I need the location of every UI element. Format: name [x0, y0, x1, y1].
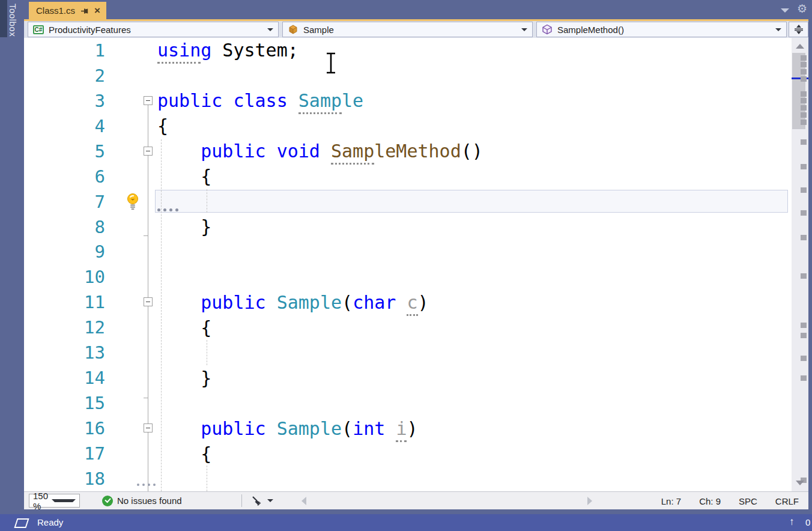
code-line[interactable]: 6 { — [24, 164, 792, 189]
code-cleanup-button[interactable] — [251, 494, 273, 508]
code-lines: 1using System;23public class Sample4{5 p… — [24, 38, 792, 491]
outlining-margin — [142, 88, 157, 114]
code-line[interactable]: 4{ — [24, 114, 792, 139]
code-line[interactable]: 10 — [24, 264, 792, 290]
code-editor[interactable]: 1using System;23public class Sample4{5 p… — [24, 38, 792, 491]
scrollbar-mark — [801, 55, 807, 61]
split-window-button[interactable] — [789, 22, 808, 37]
glyph-margin — [105, 315, 142, 340]
document-health-indicator[interactable]: No issues found — [102, 494, 182, 508]
vertical-scrollbar[interactable] — [792, 38, 808, 491]
code-line[interactable]: 7 — [24, 189, 792, 214]
line-number: 2 — [24, 65, 105, 86]
chevron-down-icon — [521, 28, 527, 31]
type-dropdown-label: Sample — [303, 25, 514, 35]
outlining-margin — [142, 38, 157, 63]
code-line[interactable]: 18 — [24, 466, 792, 491]
code-line[interactable]: 16 public Sample(int i) — [24, 416, 792, 441]
close-icon[interactable]: × — [94, 7, 100, 15]
pin-icon[interactable] — [80, 7, 89, 15]
code-line[interactable]: 17 { — [24, 441, 792, 466]
spaces-indicator: SPC — [739, 496, 757, 506]
outlining-margin — [142, 315, 157, 340]
scrollbar-mark — [801, 164, 807, 169]
code-line[interactable]: 11 public Sample(char c) — [24, 290, 792, 315]
outlining-margin — [142, 441, 157, 466]
code-line[interactable]: 5 public void SampleMethod() — [24, 139, 792, 164]
code-line[interactable]: 13 — [24, 340, 792, 365]
code-line[interactable]: 12 { — [24, 315, 792, 340]
code-text: } — [157, 368, 211, 389]
glyph-margin — [105, 441, 142, 466]
toolbox-collapsed-tab[interactable]: Toolbox — [8, 4, 18, 37]
member-dropdown-label: SampleMethod() — [557, 25, 768, 35]
column-indicator: Ch: 9 — [699, 496, 721, 506]
type-dropdown[interactable]: Sample — [282, 22, 533, 37]
status-bar: Ready ↑ 0 — [0, 514, 812, 531]
code-text: public void SampleMethod() — [157, 141, 483, 162]
scrollbar-mark — [801, 323, 807, 328]
glyph-margin — [105, 390, 142, 416]
statusbar-seam — [0, 509, 812, 514]
scroll-left-arrow-icon[interactable] — [301, 497, 306, 505]
collapse-region-button[interactable] — [144, 423, 153, 432]
line-number: 5 — [24, 141, 105, 162]
scroll-right-arrow-icon[interactable] — [587, 497, 592, 505]
line-number: 8 — [24, 217, 105, 237]
chevron-down-icon — [52, 499, 76, 502]
left-tool-rail — [0, 0, 24, 509]
outlining-margin — [142, 416, 157, 441]
zoom-level-dropdown[interactable]: 150 % — [29, 494, 80, 508]
glyph-margin — [105, 466, 142, 491]
scrollbar-mark — [801, 76, 807, 82]
glyph-margin — [105, 114, 142, 139]
scroll-down-arrow-icon[interactable] — [796, 481, 804, 485]
chevron-down-icon[interactable] — [781, 8, 789, 13]
scroll-up-arrow-icon[interactable] — [796, 44, 804, 49]
lightbulb-icon[interactable] — [126, 193, 140, 211]
collapse-region-button[interactable] — [144, 96, 153, 105]
line-number: 3 — [24, 91, 105, 111]
code-text: { — [157, 443, 211, 464]
background-tasks-icon[interactable] — [14, 518, 29, 528]
outlining-margin — [142, 114, 157, 139]
line-ending-indicator: CRLF — [775, 496, 799, 506]
outlining-margin — [142, 139, 157, 164]
member-dropdown[interactable]: SampleMethod() — [536, 22, 787, 37]
code-line[interactable]: 1using System; — [24, 38, 792, 63]
outlining-margin — [142, 240, 157, 265]
document-tab-class1[interactable]: Class1.cs × — [29, 2, 106, 21]
scrollbar-mark — [801, 139, 807, 145]
publish-arrow-icon[interactable]: ↑ — [789, 516, 795, 528]
code-text: using System; — [157, 40, 298, 61]
outlining-margin — [142, 365, 157, 390]
code-line[interactable]: 15 — [24, 390, 792, 416]
line-number: 14 — [24, 368, 105, 388]
code-line[interactable]: 2 — [24, 63, 792, 88]
code-line[interactable]: 3public class Sample — [24, 88, 792, 114]
line-number: 18 — [24, 469, 105, 489]
glyph-margin — [105, 240, 142, 265]
outlining-margin — [142, 466, 157, 491]
hint-dots — [137, 484, 156, 486]
chevron-down-icon — [775, 28, 781, 31]
code-text: { — [157, 317, 211, 338]
project-dropdown[interactable]: C# ProductivityFeatures — [28, 22, 279, 37]
editor-bottom-bar: 150 % No issues found Ln: 7 Ch: 9 SPC CR… — [24, 491, 808, 509]
status-message: Ready — [37, 517, 63, 527]
check-circle-icon — [102, 496, 113, 506]
collapse-region-button[interactable] — [144, 297, 153, 306]
broom-icon — [251, 495, 262, 506]
scrollbar-mark — [801, 112, 807, 118]
collapse-region-button[interactable] — [144, 147, 153, 156]
code-line[interactable]: 8 } — [24, 214, 792, 240]
code-line[interactable]: 14 } — [24, 365, 792, 390]
glyph-margin — [105, 214, 142, 240]
glyph-margin — [105, 38, 142, 63]
line-number: 6 — [24, 166, 105, 187]
method-cube-icon — [542, 24, 553, 35]
code-line[interactable]: 9 — [24, 240, 792, 265]
scrollbar-mark — [801, 105, 807, 111]
gear-icon[interactable]: ⚙ — [797, 2, 807, 16]
line-number: 7 — [24, 192, 105, 212]
